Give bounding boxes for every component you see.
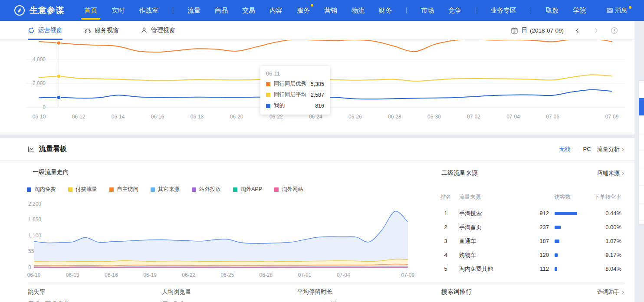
nav-item-market[interactable]: 市场: [421, 0, 434, 21]
nav-item-label: 作战室: [139, 7, 158, 14]
visitors-bar: [555, 253, 558, 257]
page-root: 生意参谋 首页实时作战室流量商品交易内容服务营销物流财务市场竞争业务专区取数学院…: [0, 0, 644, 302]
secondary-traffic-title: 二级流量来源: [441, 169, 478, 177]
nav-item-traffic[interactable]: 流量: [187, 0, 200, 21]
rank-cell: 4: [437, 248, 454, 262]
traffic-source-row[interactable]: 3直通车1871.07%: [0, 234, 634, 248]
svg-text:2,000: 2,000: [33, 80, 46, 86]
visitors-cell: 120: [499, 248, 549, 262]
tab-operation-view[interactable]: 运营视窗: [28, 21, 62, 40]
top-nav-bar: 生意参谋 首页实时作战室流量商品交易内容服务营销物流财务市场竞争业务专区取数学院…: [0, 0, 644, 21]
nav-item-realtime[interactable]: 实时: [112, 0, 125, 21]
nav-item-service[interactable]: 服务: [297, 0, 310, 21]
brand-name: 生意参谋: [30, 5, 64, 16]
stat-label: 平均停留时长: [297, 288, 340, 296]
primary-traffic-title: 一级流量走向: [33, 168, 69, 176]
side-rail-item[interactable]: [639, 204, 644, 221]
side-rail-item[interactable]: [639, 186, 644, 203]
tooltip-series-value: 816: [315, 103, 324, 109]
series-color-swatch: [266, 82, 270, 86]
word-helper-link[interactable]: 选词助手: [597, 288, 624, 296]
side-rail-item[interactable]: [639, 151, 644, 168]
side-rail-item[interactable]: [639, 133, 644, 151]
nav-item-label: 交易: [242, 7, 255, 14]
tab-label: 运营视窗: [38, 26, 62, 34]
chevron-right-icon: [620, 289, 624, 295]
date-granularity[interactable]: 日: [521, 26, 527, 34]
visitors-cell: 187: [499, 234, 549, 248]
tooltip-row: 我的816: [266, 102, 324, 109]
brand[interactable]: 生意参谋: [0, 5, 64, 16]
next-date-button[interactable]: [593, 27, 599, 34]
side-rail-item[interactable]: [639, 168, 644, 186]
board-link-pc[interactable]: PC: [583, 146, 591, 152]
series-color-swatch: [266, 93, 270, 97]
tooltip-row: 同行同层优秀5,385: [266, 80, 324, 88]
stat-value: 5.01: [162, 299, 191, 302]
nav-item-label: 营销: [324, 7, 337, 14]
traffic-source-row[interactable]: 2手淘首页2370.00%: [0, 220, 634, 234]
source-name-cell: 淘内免费其他: [459, 262, 493, 276]
notification-dot: [629, 6, 631, 9]
tab-label: 服务视窗: [95, 26, 119, 34]
visitors-bar: [555, 267, 557, 271]
board-title: 流量看板: [39, 144, 67, 154]
nav-item-academy[interactable]: 学院: [573, 0, 586, 21]
conversion-cell: 0.00%: [574, 220, 621, 234]
side-rail-item[interactable]: [639, 116, 644, 133]
stat-0: 跳失率59.72%: [28, 288, 69, 302]
visitors-cell: 237: [499, 220, 549, 234]
messages-label: 消息: [615, 7, 627, 14]
tab-service-view[interactable]: 服务视窗: [84, 21, 119, 40]
line-chart-icon: [28, 146, 35, 153]
visitors-cell: 112: [499, 262, 549, 276]
svg-text:06-12: 06-12: [72, 114, 85, 120]
nav-item-logistics[interactable]: 物流: [352, 0, 365, 21]
svg-text:06-14: 06-14: [112, 114, 125, 120]
chart-tooltip: 06-11 同行同层优秀5,385同行同层平均2,587我的816: [260, 66, 330, 115]
messages-button[interactable]: 消息: [607, 0, 632, 21]
tooltip-series-label: 我的: [274, 102, 315, 109]
brand-logo-icon: [14, 5, 25, 16]
nav-item-data-fetch[interactable]: 取数: [545, 0, 559, 21]
board-link-traffic-analysis[interactable]: 流量分析: [597, 145, 624, 153]
nav-item-marketing[interactable]: 营销: [324, 0, 337, 21]
nav-item-war-room[interactable]: 作战室: [139, 0, 158, 21]
rank-cell: 2: [437, 220, 454, 234]
traffic-source-row[interactable]: 4购物车1209.17%: [0, 248, 634, 262]
nav-item-trade[interactable]: 交易: [242, 0, 255, 21]
nav-item-label: 财务: [379, 7, 392, 14]
nav-item-content[interactable]: 内容: [269, 0, 283, 21]
nav-item-home[interactable]: 首页: [84, 0, 97, 21]
traffic-source-row[interactable]: 1手淘搜索9120.44%: [0, 207, 634, 220]
svg-text:07-09: 07-09: [605, 114, 619, 120]
nav-item-label: 流量: [187, 7, 200, 14]
view-tabbar: 运营视窗服务视窗管理视窗 日 (2018-07-09): [0, 21, 634, 40]
board-link-label: 无线: [559, 145, 571, 153]
board-link-wireless[interactable]: 无线: [559, 145, 571, 153]
nav-item-business-zone[interactable]: 业务专区: [490, 0, 516, 21]
trend-card: 运营视窗服务视窗管理视窗 日 (2018-07-09) 02,0004,0000…: [0, 21, 634, 135]
side-rail-item[interactable]: [639, 81, 644, 98]
svg-text:07-06: 07-06: [546, 114, 559, 120]
calendar-icon[interactable]: [511, 27, 518, 34]
message-icon: [607, 8, 613, 13]
prev-date-button[interactable]: [574, 27, 581, 34]
nav-item-label: 市场: [421, 7, 434, 14]
nav-item-finance[interactable]: 财务: [379, 0, 392, 21]
info-icon[interactable]: [611, 27, 618, 34]
chevron-right-icon: [620, 170, 624, 177]
nav-item-product[interactable]: 商品: [215, 0, 228, 21]
nav-item-competition[interactable]: 竞争: [448, 0, 461, 21]
side-rail-item[interactable]: [639, 98, 644, 115]
column-header: 下单转化率: [574, 191, 621, 203]
tab-label: 管理视窗: [151, 26, 175, 34]
shop-source-link[interactable]: 店铺来源: [597, 169, 624, 177]
tooltip-series-value: 2,587: [311, 92, 324, 98]
column-header: 流量来源: [459, 191, 481, 203]
date-value[interactable]: (2018-07-09): [530, 27, 564, 34]
traffic-source-row[interactable]: 5淘内免费其他1128.04%: [0, 262, 634, 276]
tab-management-view[interactable]: 管理视窗: [141, 21, 175, 40]
nav-divider: [476, 7, 476, 13]
nav-divider: [406, 7, 407, 13]
